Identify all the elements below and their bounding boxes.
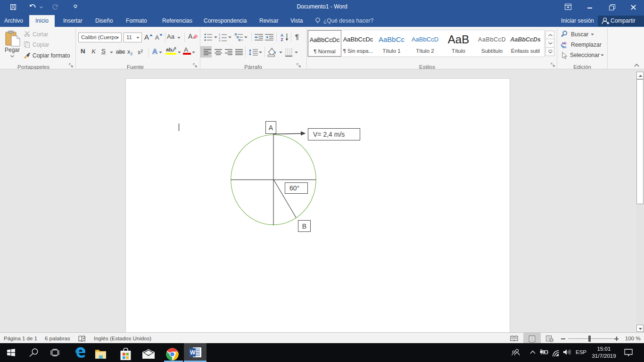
svg-text:ac: ac	[562, 45, 567, 48]
svg-text:Z: Z	[281, 37, 283, 41]
svg-text:1: 1	[219, 33, 220, 36]
svg-text:W: W	[190, 349, 196, 356]
svg-text:3: 3	[219, 39, 220, 41]
svg-text:2: 2	[219, 36, 220, 39]
